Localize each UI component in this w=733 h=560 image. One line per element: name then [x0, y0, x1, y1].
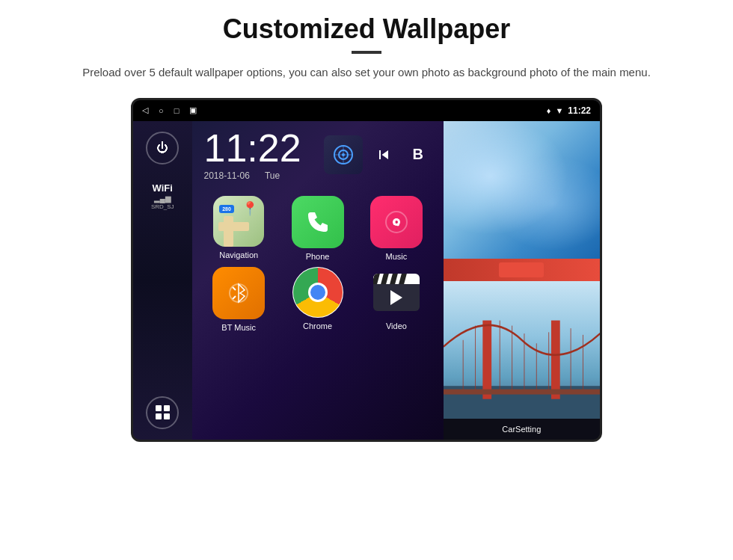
- app-item-btmusic[interactable]: BT Music: [203, 267, 275, 332]
- chrome-label: Chrome: [303, 321, 332, 330]
- carsetting-label: CarSetting: [502, 425, 541, 434]
- wifi-label: WiFi: [153, 182, 173, 194]
- clock-time: 11:22: [204, 129, 301, 167]
- navigation-label: Navigation: [219, 250, 258, 259]
- svg-rect-15: [551, 320, 560, 399]
- screen-content: ⏻ WiFi ▂▄▆ SRD_SJ: [133, 121, 600, 440]
- home-icon: ○: [159, 106, 164, 115]
- status-bar: ◁ ○ □ ▣ ♦ ▼ 11:22: [133, 100, 600, 121]
- map-pin-icon: 📍: [242, 200, 258, 217]
- wallpaper-ice-blue[interactable]: [444, 121, 600, 259]
- apps-grid-icon: [156, 405, 170, 419]
- svg-rect-25: [444, 389, 600, 394]
- page-title: Customized Wallpaper: [223, 13, 511, 45]
- clock-display: 11:22 2018-11-06 Tue: [204, 129, 301, 181]
- navigation-icon: 280 📍: [213, 196, 264, 247]
- wifi-ssid: SRD_SJ: [151, 203, 174, 210]
- wifi-status-icon: ▼: [555, 106, 563, 115]
- clock-icons: B: [324, 135, 432, 174]
- media-next-icon[interactable]: B: [405, 141, 432, 168]
- ice-texture: [444, 121, 600, 259]
- music-icon: ♫: [370, 196, 423, 248]
- video-label: Video: [386, 321, 407, 330]
- back-icon: ◁: [142, 105, 148, 115]
- left-sidebar: ⏻ WiFi ▂▄▆ SRD_SJ: [133, 121, 192, 440]
- svg-text:♫: ♫: [392, 215, 401, 228]
- play-triangle-icon: [390, 290, 402, 305]
- power-icon: ⏻: [156, 141, 168, 155]
- svg-line-9: [233, 287, 236, 290]
- phone-icon: [292, 196, 344, 248]
- svg-rect-14: [482, 320, 491, 399]
- location-icon: ♦: [547, 106, 551, 115]
- media-bar: [499, 262, 544, 277]
- status-bar-left: ◁ ○ □ ▣: [142, 105, 197, 115]
- phone-label: Phone: [306, 252, 330, 261]
- wifi-block: WiFi ▂▄▆ SRD_SJ: [151, 182, 174, 210]
- btmusic-label: BT Music: [221, 323, 256, 332]
- app-item-music[interactable]: ♫ Music: [360, 196, 432, 261]
- chrome-icon: [292, 267, 343, 318]
- clock-date: 2018-11-06 Tue: [204, 170, 280, 181]
- clock-date-value: 2018-11-06: [204, 170, 250, 181]
- power-button[interactable]: ⏻: [146, 132, 179, 164]
- app-item-phone[interactable]: Phone: [281, 196, 354, 261]
- chrome-inner-circle: [308, 283, 328, 302]
- clock-day: Tue: [265, 170, 280, 181]
- app-grid: 280 📍 Navigation Phone: [192, 188, 444, 339]
- wallpaper-middle-strip: [444, 259, 600, 281]
- app-item-navigation[interactable]: 280 📍 Navigation: [203, 196, 275, 261]
- map-road-label: 280: [219, 205, 234, 213]
- status-bar-right: ♦ ▼ 11:22: [547, 105, 591, 116]
- wifi-bars-icon: ▂▄▆: [154, 194, 171, 203]
- clock-area: 11:22 2018-11-06 Tue: [192, 121, 444, 188]
- right-panel: CarSetting: [444, 121, 600, 440]
- music-label: Music: [386, 252, 408, 261]
- device-mockup: ◁ ○ □ ▣ ♦ ▼ 11:22 ⏻ WiFi ▂▄▆ SRD: [131, 98, 602, 442]
- screenshot-icon: ▣: [189, 105, 197, 115]
- app-item-video[interactable]: Video: [360, 267, 432, 332]
- title-divider: [352, 51, 381, 54]
- btmusic-icon: [212, 267, 265, 319]
- video-icon: [371, 267, 422, 318]
- page-subtitle: Preload over 5 default wallpaper options…: [82, 64, 651, 81]
- center-content: 11:22 2018-11-06 Tue: [192, 121, 444, 440]
- svg-line-10: [233, 296, 236, 299]
- status-time: 11:22: [568, 105, 591, 116]
- carsetting-area[interactable]: CarSetting: [444, 419, 600, 440]
- wireless-icon: [324, 135, 363, 174]
- wallpaper-golden-gate[interactable]: [444, 281, 600, 419]
- apps-button[interactable]: [146, 396, 179, 429]
- media-prev-icon[interactable]: [370, 141, 397, 168]
- app-item-chrome[interactable]: Chrome: [281, 267, 354, 332]
- recents-icon: □: [174, 106, 180, 115]
- bridge-texture: [444, 281, 600, 419]
